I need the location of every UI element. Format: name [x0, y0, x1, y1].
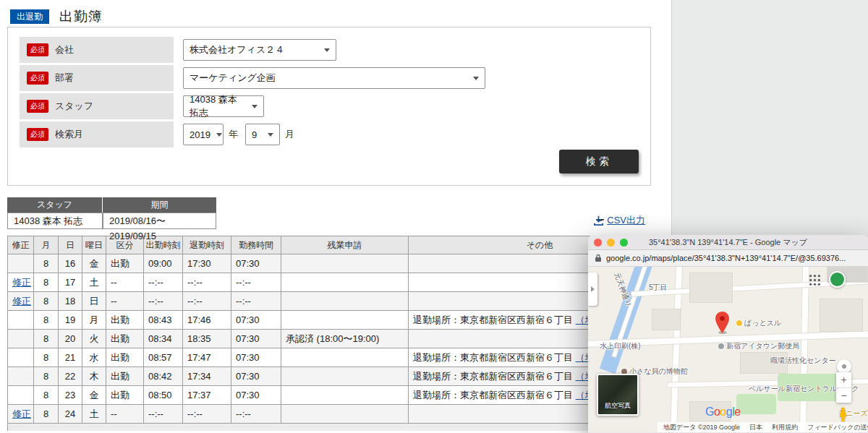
required-badge: 必須 — [27, 100, 48, 113]
map-poi-label[interactable]: 5丁目 — [649, 283, 668, 293]
url-text: google.co.jp/maps/place/35°41'38.3"N+139… — [606, 254, 846, 262]
cell-hours: 07:30 — [231, 348, 281, 367]
column-header: 勤務時間 — [231, 236, 281, 254]
cell-category: 出勤 — [106, 348, 144, 367]
address-bar[interactable]: google.co.jp/maps/place/35°41'38.3"N+139… — [588, 250, 868, 267]
column-header: 日 — [59, 236, 82, 254]
cell-month: 8 — [34, 330, 59, 348]
google-apps-icon[interactable] — [809, 274, 821, 289]
feedback-link[interactable]: フィードバックの送信 — [807, 423, 868, 432]
zoom-out-button[interactable]: − — [836, 387, 851, 403]
attendance-header-row: 修正月日曜日区分出勤時刻退勤時刻勤務時間残業申請その他 — [8, 236, 671, 254]
zoom-in-button[interactable]: + — [836, 372, 851, 387]
cell-clock-out: 17:47 — [183, 348, 231, 367]
cell-weekday: 日 — [82, 292, 106, 311]
form-row-staff: 必須 スタッフ 14038 森本 拓志 — [20, 93, 639, 119]
required-badge: 必須 — [27, 43, 48, 56]
cell-clock-in: 08:34 — [144, 330, 183, 348]
terms-link[interactable]: 利用規約 — [772, 423, 798, 432]
map-poi-label[interactable]: 新宿アイタウン郵便局 — [718, 341, 799, 351]
map-poi-label[interactable]: 職場活性化センター — [770, 356, 836, 366]
cell-day: 16 — [59, 254, 82, 273]
nav-badge-clock-in-out[interactable]: 出退勤 — [10, 9, 49, 24]
window-titlebar[interactable]: 35°41'38.3"N 139°41'14.7"E - Google マップ — [588, 235, 868, 250]
cell-clock-in: 09:00 — [144, 254, 183, 273]
year-select[interactable]: 2019 — [183, 124, 224, 145]
cell-category: -- — [106, 405, 144, 424]
cell-weekday: 土 — [82, 273, 106, 292]
close-button[interactable] — [594, 239, 602, 246]
cell-day: 21 — [59, 348, 82, 367]
cell-overtime — [281, 292, 409, 311]
park-area — [736, 394, 776, 414]
lock-icon — [595, 254, 602, 262]
building-block — [689, 273, 733, 303]
page-header: 出退勤 出勤簿 — [0, 0, 868, 27]
cell-hours: 07:30 — [231, 367, 281, 386]
map-poi-label[interactable]: 水上印刷(株) — [600, 341, 641, 351]
cell-month: 8 — [34, 386, 59, 405]
department-select[interactable]: マーケティング企画 — [183, 67, 485, 89]
map-poi-label[interactable]: ぱっとスル — [736, 318, 781, 328]
map-canvas[interactable]: 5丁目 元天神通り ぱっとスル 新宿アイタウン郵便局 水 — [588, 267, 868, 432]
year-unit-label: 年 — [229, 128, 238, 141]
cell-clock-in: --:-- — [144, 292, 183, 311]
month-select[interactable]: 9 — [245, 124, 280, 145]
satellite-view-label: 航空写真 — [605, 401, 631, 414]
cell-hours: --:-- — [231, 273, 281, 292]
poi-icon — [736, 320, 742, 326]
cell-category: 出勤 — [106, 367, 144, 386]
minimize-button[interactable] — [607, 239, 615, 246]
search-button[interactable]: 検索 — [559, 150, 639, 173]
cell-overtime: 承認済 (18:00〜19:00) — [281, 330, 409, 348]
company-select[interactable]: 株式会社オフィス２４ — [183, 39, 336, 61]
edit-link[interactable]: 修正 — [12, 296, 31, 306]
my-location-button[interactable] — [837, 359, 851, 374]
csv-export[interactable]: CSV出力 — [593, 214, 645, 229]
cell-clock-in: 08:42 — [144, 367, 183, 386]
satellite-view-toggle[interactable]: 航空写真 — [597, 374, 639, 416]
cell-clock-out: --:-- — [183, 405, 231, 424]
csv-export-link[interactable]: CSV出力 — [607, 214, 645, 227]
region-label: 日本 — [749, 423, 762, 432]
cell-edit — [8, 254, 34, 273]
column-header: 修正 — [8, 236, 34, 254]
cell-hours: --:-- — [231, 292, 281, 311]
month-unit-label: 月 — [285, 128, 294, 141]
panel-expand-button[interactable] — [588, 273, 597, 306]
cell-day: 17 — [59, 273, 82, 292]
summary-period-value: 2019/08/16〜2019/09/15 — [103, 213, 216, 229]
staff-select-value: 14038 森本 拓志 — [190, 93, 246, 119]
staff-select[interactable]: 14038 森本 拓志 — [183, 95, 264, 117]
column-header: 月 — [34, 236, 59, 254]
cell-overtime — [281, 254, 409, 273]
fullscreen-button[interactable] — [620, 239, 628, 246]
page-title: 出勤簿 — [59, 7, 103, 26]
cell-edit — [8, 367, 34, 386]
location-pin[interactable] — [715, 312, 729, 336]
cell-clock-in: --:-- — [144, 273, 183, 292]
form-row-department: 必須 部署 マーケティング企画 — [20, 65, 639, 91]
company-select-value: 株式会社オフィス２４ — [190, 43, 284, 56]
summary-row: スタッフ 期間 14038 森本 拓志 2019/08/16〜2019/09/1… — [7, 197, 671, 229]
form-row-search-month: 必須 検索月 2019 年 9 月 — [20, 121, 639, 147]
cell-category: 出勤 — [106, 330, 144, 348]
cell-category: 出勤 — [106, 386, 144, 405]
edit-link[interactable]: 修正 — [12, 408, 31, 419]
column-header: 曜日 — [82, 236, 106, 254]
edit-link[interactable]: 修正 — [12, 277, 31, 288]
table-row: 8 23 金 出勤 08:50 17:37 07:30 退勤場所：東京都新宿区西… — [8, 386, 671, 405]
column-header: 残業申請 — [281, 236, 409, 254]
cell-edit — [8, 386, 34, 405]
download-icon — [593, 215, 604, 226]
cell-hours: --:-- — [231, 405, 281, 424]
building-block — [820, 299, 863, 332]
cell-edit — [8, 330, 34, 348]
cell-clock-in: --:-- — [144, 405, 183, 424]
map-attribution-bar: 地図データ ©2019 Google 日本 利用規約 フィードバックの送信 10… — [658, 422, 868, 432]
account-avatar[interactable] — [829, 271, 846, 288]
cell-clock-out: 17:37 — [183, 386, 231, 405]
partial-next-row — [7, 424, 671, 431]
checkout-location-text: 退勤場所：東京都新宿区西新宿６丁目 — [413, 352, 573, 363]
cell-overtime — [281, 367, 409, 386]
